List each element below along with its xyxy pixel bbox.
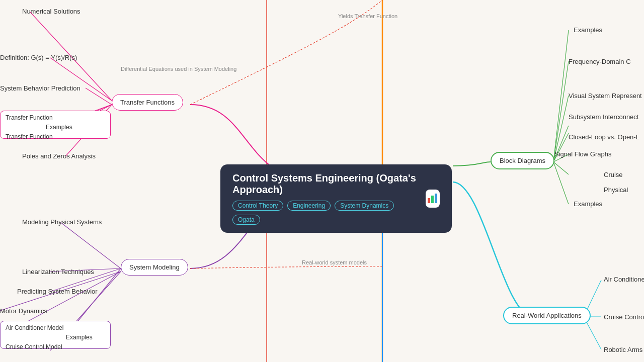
transfer-function2-label: Transfer Function (6, 133, 105, 140)
examples-top-label: Examples (574, 26, 602, 34)
examples-bd-label: Examples (574, 200, 602, 208)
svg-line-22 (553, 162, 569, 174)
robotic-arms-label: Robotic Arms (604, 346, 642, 353)
closed-loop-label: Closed-Loop vs. Open-L (569, 133, 639, 141)
real-world-applications-label: Real-World Applications (512, 312, 582, 319)
transfer-functions-node[interactable]: Transfer Functions (112, 94, 183, 111)
differential-eq-label: Differential Equations used in System Mo… (121, 66, 236, 72)
yields-transfer-label: Yields Transfer Function (338, 13, 397, 19)
cruise-label: Cruise (604, 171, 623, 178)
real-world-applications-node[interactable]: Real-World Applications (503, 307, 591, 324)
svg-line-9 (60, 222, 121, 268)
block-diagrams-label: Block Diagrams (500, 157, 545, 164)
examples-modeling-label: Examples (66, 334, 166, 341)
numerical-solutions-label: Numerical Solutions (22, 8, 80, 15)
svg-line-18 (553, 61, 569, 162)
svg-line-7 (50, 58, 112, 101)
svg-line-2 (86, 88, 112, 105)
transfer-function1-label: Transfer Function (6, 114, 105, 121)
center-title: Control Systems Engineering (Ogata's App… (232, 172, 420, 196)
linearization-label: Linearization Techniques (22, 268, 94, 276)
cruise-control-model-label: Cruise Control Model (6, 343, 105, 350)
svg-line-23 (553, 162, 569, 204)
system-behavior-prediction-label: System Behavior Prediction (0, 84, 80, 92)
svg-rect-27 (428, 198, 430, 203)
poles-zeros-label: Poles and Zeros Analysis (22, 152, 96, 160)
tags-container: Control Theory Engineering System Dynami… (232, 201, 420, 225)
modeling-examples-box: Air Conditioner Model Examples Cruise Co… (0, 321, 111, 349)
examples-tf-label: Examples (46, 124, 145, 131)
svg-rect-29 (435, 194, 437, 203)
visual-system-label: Visual System Represent (569, 92, 642, 100)
transfer-function-box: Transfer Function Examples Transfer Func… (0, 111, 111, 139)
definition-label: Definition: G(s) = Y(s)/R(s) (0, 54, 77, 61)
tag-control-theory[interactable]: Control Theory (232, 201, 283, 211)
cruise-control-s-label: Cruise Control S (604, 313, 644, 321)
modeling-physical-label: Modeling Physical Systems (22, 218, 102, 226)
transfer-functions-label: Transfer Functions (120, 99, 175, 106)
tag-ogata[interactable]: Ogata (232, 215, 260, 225)
svg-line-19 (553, 30, 569, 162)
svg-rect-28 (431, 196, 434, 203)
motor-dynamics-label: Motor Dynamics (0, 307, 47, 315)
subsystem-interconnect-label: Subsystem Interconnect (569, 113, 638, 121)
block-diagrams-node[interactable]: Block Diagrams (491, 152, 554, 169)
system-modeling-node[interactable]: System Modeling (121, 259, 188, 276)
system-modeling-label: System Modeling (129, 263, 180, 271)
tag-engineering[interactable]: Engineering (287, 201, 331, 211)
air-conditioner-model-label: Air Conditioner Model (6, 324, 105, 331)
predicting-system-label: Predicting System Behavior (17, 288, 98, 295)
real-world-label: Real-world system models (302, 259, 367, 265)
tag-system-dynamics[interactable]: System Dynamics (335, 201, 394, 211)
chart-icon (426, 190, 440, 208)
air-conditioners-label: Air Conditioners (604, 276, 644, 283)
physical-label: Physical (604, 186, 628, 194)
frequency-domain-label: Frequency-Domain C (569, 58, 631, 65)
signal-flow-label: Signal Flow Graphs (554, 150, 611, 158)
center-node[interactable]: Control Systems Engineering (Ogata's App… (220, 164, 452, 233)
